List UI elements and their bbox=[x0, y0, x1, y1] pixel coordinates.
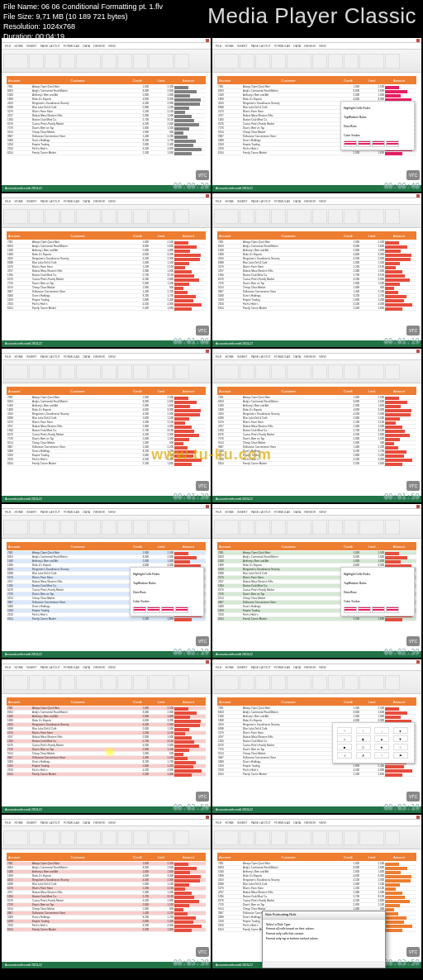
icon-set-option[interactable]: ▼ bbox=[393, 735, 408, 742]
vtc-badge: VTC bbox=[196, 792, 209, 802]
vtc-badge: VTC bbox=[406, 481, 420, 491]
ribbon-tabs: FILEHOMEINSERTPAGE LAYOUTFORMULASDATAREV… bbox=[2, 43, 211, 50]
timestamp: 00:02:19 bbox=[173, 648, 209, 656]
icon-set-option[interactable]: ✗ bbox=[356, 752, 371, 759]
video-thumbnail[interactable]: FILEHOMEINSERTPAGE LAYOUTFORMULASDATAREV… bbox=[212, 193, 421, 347]
file-info-overlay: File Name: 06 06 Conditional Formatting … bbox=[3, 2, 163, 41]
icon-set-option[interactable]: → bbox=[337, 727, 352, 734]
menu-item[interactable]: Top/Bottom Rules bbox=[344, 579, 411, 588]
new-rule-dialog[interactable]: New Formatting RuleSelect a Rule Type:Fo… bbox=[262, 911, 386, 968]
video-thumbnail[interactable]: FILEHOMEINSERTPAGE LAYOUTFORMULASDATAREV… bbox=[2, 38, 211, 192]
vtc-badge: VTC bbox=[406, 947, 420, 957]
menu-item[interactable]: Data Bars bbox=[344, 588, 411, 597]
menu-item[interactable]: Top/Bottom Rules bbox=[344, 113, 411, 121]
ribbon bbox=[2, 826, 211, 849]
icon-set-option[interactable]: ★ bbox=[374, 744, 389, 750]
vtc-badge: VTC bbox=[406, 170, 420, 180]
video-thumbnail[interactable]: FILEHOMEINSERTPAGE LAYOUTFORMULASDATAREV… bbox=[2, 349, 211, 502]
ribbon bbox=[212, 360, 421, 383]
conditional-formatting-menu[interactable]: Highlight Cells RulesTop/Bottom RulesDat… bbox=[340, 101, 415, 150]
ribbon bbox=[2, 50, 211, 73]
timestamp: 00:03:39 bbox=[173, 959, 209, 967]
video-thumbnail[interactable]: FILEHOMEINSERTPAGE LAYOUTFORMULASDATAREV… bbox=[212, 38, 421, 192]
video-thumbnail[interactable]: FILEHOMEINSERTPAGE LAYOUTFORMULASDATAREV… bbox=[212, 349, 421, 502]
menu-item[interactable]: Color Scales bbox=[344, 597, 411, 606]
icon-set-option[interactable]: ▲ bbox=[374, 735, 389, 742]
table-header: AccountCustomerCreditLimitAmount bbox=[217, 231, 416, 240]
ribbon bbox=[212, 205, 421, 228]
table-row[interactable]: 6554Family Corner Market2,5001,850 bbox=[217, 307, 416, 311]
icon-set-option[interactable]: ! bbox=[374, 752, 389, 759]
icon-set-option[interactable]: ↑ bbox=[356, 727, 371, 734]
ribbon bbox=[2, 516, 211, 539]
ribbon-tabs: FILEHOMEINSERTPAGE LAYOUTFORMULASDATAREV… bbox=[212, 198, 421, 205]
video-thumbnail[interactable]: FILEHOMEINSERTPAGE LAYOUTFORMULASDATAREV… bbox=[212, 659, 421, 813]
icon-set-option[interactable]: ☆ bbox=[393, 744, 408, 750]
ribbon bbox=[212, 516, 421, 539]
menu-item[interactable]: Color Scales bbox=[344, 131, 411, 140]
table-row[interactable]: 6554Family Corner Market2,5001,850 bbox=[217, 151, 416, 155]
table-header: AccountCustomerCreditLimitAmount bbox=[7, 697, 206, 706]
ribbon-tabs: FILEHOMEINSERTPAGE LAYOUTFORMULASDATAREV… bbox=[212, 509, 421, 516]
menu-item[interactable]: Color Scales bbox=[133, 597, 201, 606]
table-header: AccountCustomerCreditLimitAmount bbox=[7, 76, 206, 84]
table-header: AccountCustomerCreditLimitAmount bbox=[7, 542, 206, 550]
table-header: AccountCustomerCreditLimitAmount bbox=[217, 697, 416, 706]
timestamp: 00:02:39 bbox=[384, 648, 420, 656]
ribbon-tabs: FILEHOMEINSERTPAGE LAYOUTFORMULASDATAREV… bbox=[212, 820, 421, 826]
menu-item[interactable]: Highlight Cells Rules bbox=[344, 104, 411, 112]
icon-set-option[interactable]: ■ bbox=[337, 744, 352, 750]
ribbon bbox=[2, 671, 211, 694]
icon-set-option[interactable]: □ bbox=[356, 744, 371, 750]
player-title: Media Player Classic bbox=[207, 3, 416, 29]
icon-set-option[interactable]: ◐ bbox=[356, 735, 371, 742]
video-thumbnail[interactable]: FILEHOMEINSERTPAGE LAYOUTFORMULASDATAREV… bbox=[212, 815, 421, 968]
table-row[interactable]: 6554Family Corner Market2,5001,850 bbox=[7, 928, 206, 932]
video-thumbnail[interactable]: FILEHOMEINSERTPAGE LAYOUTFORMULASDATAREV… bbox=[2, 504, 211, 658]
video-thumbnail[interactable]: FILEHOMEINSERTPAGE LAYOUTFORMULASDATAREV… bbox=[2, 193, 211, 347]
table-row[interactable]: 6554Family Corner Market2,5001,850 bbox=[7, 773, 206, 777]
ribbon-tabs: FILEHOMEINSERTPAGE LAYOUTFORMULASDATAREV… bbox=[2, 198, 211, 205]
icon-set-option[interactable]: ↓ bbox=[374, 727, 389, 734]
table-row[interactable]: 6554Family Corner Market2,5001,850 bbox=[7, 307, 206, 311]
vtc-badge: VTC bbox=[196, 636, 209, 646]
table-header: AccountCustomerCreditLimitAmount bbox=[217, 387, 416, 395]
menu-item[interactable]: Data Bars bbox=[133, 588, 201, 597]
icon-set-option[interactable]: ● bbox=[393, 727, 408, 734]
cursor-highlight bbox=[105, 747, 115, 757]
ribbon bbox=[212, 50, 421, 73]
ribbon bbox=[212, 671, 421, 694]
timestamp: 00:02:59 bbox=[173, 803, 209, 811]
table-row[interactable]: 6554Family Corner Market2,5001,850 bbox=[217, 617, 416, 621]
watermark: www.tu-ku.com bbox=[151, 446, 271, 464]
menu-item[interactable]: Top/Bottom Rules bbox=[133, 579, 201, 588]
video-thumbnail[interactable]: FILEHOMEINSERTPAGE LAYOUTFORMULASDATAREV… bbox=[2, 659, 211, 813]
video-thumbnail[interactable]: FILEHOMEINSERTPAGE LAYOUTFORMULASDATAREV… bbox=[2, 815, 211, 968]
table-row[interactable]: 6554Family Corner Market2,5001,850 bbox=[217, 773, 416, 777]
timestamp: 00:00:40 bbox=[384, 182, 420, 190]
vtc-badge: VTC bbox=[196, 326, 209, 335]
ribbon-tabs: FILEHOMEINSERTPAGE LAYOUTFORMULASDATAREV… bbox=[212, 354, 421, 360]
conditional-formatting-menu[interactable]: Highlight Cells RulesTop/Bottom RulesDat… bbox=[130, 567, 204, 616]
menu-item[interactable]: Highlight Cells Rules bbox=[344, 570, 411, 578]
vtc-badge: VTC bbox=[196, 947, 209, 957]
table-header: AccountCustomerCreditLimitAmount bbox=[217, 853, 416, 861]
timestamp: 00:01:39 bbox=[173, 492, 209, 501]
table-row[interactable]: 6554Family Corner Market2,5001,850 bbox=[7, 617, 206, 621]
icon-sets-menu[interactable]: →↑↓●○◐▲▼■□★☆✓✗!⚑ bbox=[332, 722, 415, 764]
menu-item[interactable]: Data Bars bbox=[344, 122, 411, 131]
conditional-formatting-menu[interactable]: Highlight Cells RulesTop/Bottom RulesDat… bbox=[340, 567, 415, 616]
timestamp: 00:01:00 bbox=[173, 337, 209, 345]
ribbon-tabs: FILEHOMEINSERTPAGE LAYOUTFORMULASDATAREV… bbox=[2, 509, 211, 516]
table-row[interactable]: 6554Family Corner Market2,5001,850 bbox=[7, 151, 206, 155]
video-thumbnail[interactable]: FILEHOMEINSERTPAGE LAYOUTFORMULASDATAREV… bbox=[212, 504, 421, 658]
icon-set-option[interactable]: ✓ bbox=[337, 752, 352, 759]
ribbon-tabs: FILEHOMEINSERTPAGE LAYOUTFORMULASDATAREV… bbox=[212, 664, 421, 671]
table-header: AccountCustomerCreditLimitAmount bbox=[7, 387, 206, 395]
menu-item[interactable]: Highlight Cells Rules bbox=[133, 570, 201, 578]
icon-set-option[interactable]: ○ bbox=[337, 735, 352, 742]
icon-set-option[interactable]: ⚑ bbox=[393, 752, 408, 759]
ribbon bbox=[2, 205, 211, 228]
timestamp: 00:01:59 bbox=[384, 492, 420, 501]
ribbon bbox=[2, 360, 211, 383]
